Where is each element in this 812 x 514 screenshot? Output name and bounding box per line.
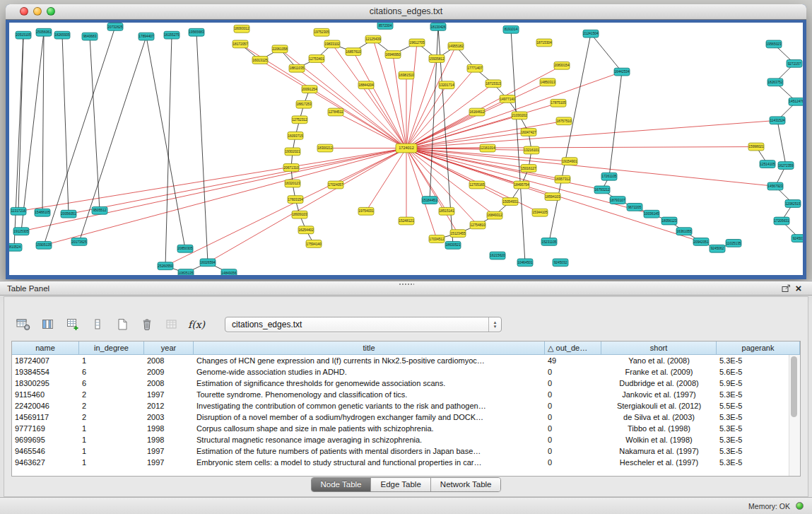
graph-node[interactable]: 18515141 (439, 207, 454, 215)
graph-node[interactable]: 16164612 (469, 108, 485, 116)
window-titlebar[interactable]: citations_edges.txt (6, 4, 806, 20)
graph-node[interactable]: 18817253 (296, 100, 312, 108)
graph-edge[interactable] (146, 37, 185, 249)
graph-node[interactable]: 18594103 (545, 193, 560, 201)
table-panel-header[interactable]: Table Panel × (0, 281, 812, 296)
graph-node[interactable]: 19833102 (324, 40, 340, 48)
graph-node[interactable]: 25260550 (158, 262, 173, 270)
graph-node[interactable]: 20942051 (693, 238, 709, 246)
graph-node[interactable]: 15184451 (422, 197, 437, 204)
graph-node[interactable]: 11025135 (726, 239, 741, 247)
graph-edge[interactable] (62, 35, 69, 214)
graph-node[interactable]: 16857610 (346, 48, 361, 56)
graph-node[interactable]: 13201714 (439, 81, 454, 89)
close-button[interactable] (20, 7, 28, 16)
graph-edge[interactable] (18, 148, 406, 211)
graph-edge[interactable] (42, 33, 44, 213)
tab-node-table[interactable]: Node Table (312, 478, 371, 491)
graph-edge[interactable] (21, 148, 406, 232)
graph-edge[interactable] (18, 35, 23, 211)
column-header-pagerank[interactable]: pagerank (717, 341, 800, 355)
table-row[interactable]: 969969511998Structural magnetic resonanc… (12, 434, 789, 445)
graph-node[interactable]: 20056051 (61, 210, 76, 218)
graph-edge[interactable] (393, 54, 406, 148)
graph-node[interactable]: 19752305 (314, 28, 329, 36)
graph-node[interactable]: 13216101 (524, 146, 539, 154)
graph-node[interactable]: 17034512 (429, 235, 445, 243)
graph-edge[interactable] (165, 35, 172, 267)
graph-edge[interactable] (406, 148, 529, 168)
graph-node[interactable]: 10036145 (644, 210, 659, 218)
graph-node[interactable]: 16215620 (490, 252, 505, 259)
graph-node[interactable]: 20091254 (302, 86, 317, 93)
graph-node[interactable]: 19302021 (285, 148, 300, 156)
function-builder-icon[interactable]: f(x) (187, 315, 206, 334)
graph-node[interactable]: 9245062 (710, 245, 725, 252)
graph-node[interactable]: 16026594 (200, 259, 216, 267)
graph-node[interactable]: 18939103 (292, 211, 307, 218)
table-row[interactable]: 1938455462009Genome-wide association stu… (12, 366, 789, 378)
graph-node[interactable]: 9245012 (792, 235, 803, 243)
graph-node[interactable]: 20515105 (16, 31, 31, 39)
graph-edge[interactable] (591, 34, 622, 72)
graph-node[interactable]: 18630521 (445, 241, 461, 249)
table-row[interactable]: 2242004622012Investigating the contribut… (12, 400, 789, 411)
table-row[interactable]: 1830029562008Estimation of significance … (12, 378, 789, 389)
delete-table-icon[interactable] (138, 315, 156, 334)
graph-node[interactable]: 16320123 (285, 180, 300, 187)
graph-node[interactable]: 16272359 (778, 162, 794, 170)
vertical-scrollbar[interactable] (789, 355, 800, 476)
graph-node[interactable]: 9640683 (82, 33, 98, 40)
graph-node[interactable]: 12514105 (760, 160, 775, 168)
graph-node[interactable]: 15344105 (532, 209, 548, 216)
graph-node[interactable]: 17024057 (328, 181, 343, 189)
graph-node[interactable]: 18265935 (54, 31, 70, 39)
graph-node[interactable]: 18263752 (767, 78, 783, 86)
graph-node[interactable]: 22061058 (272, 45, 288, 53)
graph-node[interactable]: 17771407 (467, 64, 483, 72)
graph-node[interactable]: 10835135 (178, 269, 194, 275)
graph-edge[interactable] (260, 60, 406, 148)
graph-edge[interactable] (406, 148, 602, 190)
graph-node[interactable]: 8810524 (9, 243, 22, 251)
graph-node[interactable]: 12754810 (470, 221, 486, 229)
graph-node[interactable]: 18757510 (556, 117, 572, 125)
graph-edge[interactable] (406, 120, 777, 148)
graph-edge[interactable] (406, 147, 756, 148)
graph-node[interactable]: 15248121 (399, 217, 414, 225)
network-canvas[interactable]: 1724012181720571601312522061058188110351… (9, 23, 803, 275)
graph-node[interactable]: 16849312 (487, 211, 502, 219)
column-header-in_degree[interactable]: in_degree (79, 341, 144, 355)
graph-edge[interactable] (366, 85, 406, 148)
graph-node[interactable]: 8191014 (503, 25, 519, 33)
new-table-icon[interactable] (113, 315, 131, 334)
graph-node[interactable]: 19154901 (562, 158, 577, 165)
minimize-button[interactable] (33, 7, 42, 16)
table-row[interactable]: 911546021997Tourette syndrome. Phenomeno… (12, 389, 789, 400)
graph-edge[interactable] (332, 44, 406, 148)
graph-edge[interactable] (14, 35, 23, 247)
graph-node[interactable]: 19565683 (189, 28, 204, 36)
graph-node[interactable]: 12082515 (785, 200, 801, 208)
graph-node[interactable]: 16047427 (521, 129, 536, 136)
float-panel-icon[interactable] (779, 283, 792, 294)
import-table-icon[interactable] (163, 315, 181, 334)
graph-node[interactable]: 15488105 (35, 209, 50, 216)
graph-node[interactable]: 12125439 (365, 35, 381, 43)
graph-node[interactable]: 18715313 (486, 80, 501, 88)
graph-node[interactable]: 16981510 (399, 71, 414, 79)
graph-node[interactable]: 18056123 (661, 217, 677, 225)
graph-edge[interactable] (609, 72, 622, 177)
column-header-name[interactable]: name (12, 341, 79, 355)
graph-node[interactable]: 20173625 (71, 238, 87, 246)
graph-node[interactable]: 8572304 (377, 23, 393, 29)
graph-node[interactable]: 15998021 (748, 143, 764, 151)
table-row[interactable]: 977716911998Corpus callosum shape and si… (12, 423, 789, 434)
graph-node[interactable]: 16946950 (385, 51, 401, 59)
graph-node[interactable]: 16361055 (676, 228, 692, 235)
graph-edge[interactable] (21, 33, 44, 231)
column-header-out_degree[interactable]: △ out_de… (545, 341, 601, 355)
network-svg[interactable]: 1724012181720571601312522061058188110351… (9, 23, 803, 275)
graph-node[interactable]: 19612705 (409, 39, 425, 47)
graph-node[interactable]: 15231105 (541, 238, 557, 246)
